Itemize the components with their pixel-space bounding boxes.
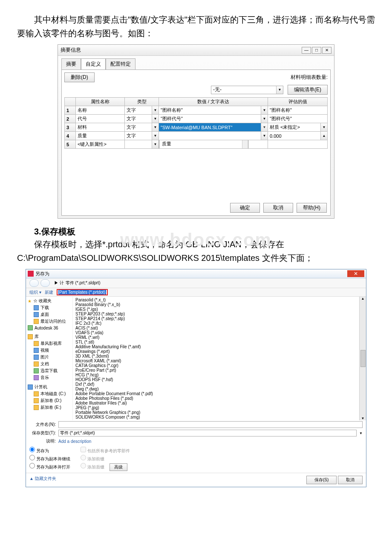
dropdown-item[interactable]: 质量: [159, 140, 242, 147]
filetype-item[interactable]: VRML (*.wrl): [75, 335, 357, 340]
filetype-item[interactable]: Dxf (*.dxf): [75, 382, 357, 387]
prop-name[interactable]: 质量: [76, 132, 125, 140]
radio-saveas-copy-open[interactable]: 另存为副本并打开: [29, 463, 70, 470]
filetype-item[interactable]: Dwg (*.dwg): [75, 387, 357, 391]
filetype-item[interactable]: eDrawings (*.eprt): [75, 349, 357, 354]
nav-item[interactable]: 视频: [28, 347, 71, 354]
filetype-item[interactable]: STEP AP203 (*.step;*.stp): [75, 312, 357, 316]
nav-item[interactable]: 新加卷 (D:): [28, 397, 71, 404]
filetype-item[interactable]: VDAFS (*.vda): [75, 330, 357, 335]
filetype-item[interactable]: Adobe Photoshop Files (*.psd): [75, 396, 357, 401]
nav-item[interactable]: 本地磁盘 (C:): [28, 390, 71, 397]
prop-expr[interactable]: "图样代号"▼: [159, 115, 268, 123]
tab-summary[interactable]: 摘要: [61, 58, 81, 69]
filetype-item[interactable]: Additive Manufacturing File (*.amf): [75, 344, 357, 349]
filetype-item[interactable]: Parasolid (*.x_t): [75, 298, 357, 302]
help-button[interactable]: 帮助(H): [297, 203, 327, 213]
chevron-down-icon[interactable]: ▼: [261, 106, 268, 114]
table-row[interactable]: 5 <键入新属性> ▼ 材料 质量 密度: [65, 140, 328, 149]
chevron-down-icon[interactable]: ▼: [152, 140, 159, 148]
nav-item[interactable]: 暴风影视库: [28, 340, 71, 347]
breadcrumb[interactable]: ▶ 计 零件 (*.prt;*.sldprt): [26, 278, 366, 288]
table-row[interactable]: 3 材料 文字▼ "SW-Material@MU BAN.SLDPRT"▼ 材质…: [65, 123, 328, 132]
forward-button[interactable]: [40, 279, 50, 287]
filetype-item[interactable]: Parasolid Binary (*.x_b): [75, 302, 357, 307]
prop-type[interactable]: 文字▼: [125, 123, 159, 132]
savetype-select[interactable]: 零件 (*.prt;*.sldprt): [58, 430, 357, 436]
nav-item[interactable]: 下载: [28, 304, 71, 311]
nav-favorites[interactable]: ★☆ 收藏夹: [28, 298, 71, 304]
back-button[interactable]: [29, 279, 39, 287]
prop-type[interactable]: 文字▼: [125, 106, 159, 115]
check-suffix[interactable]: 添加后缀 高级: [81, 463, 130, 471]
filetype-item[interactable]: ProE/Creo Part (*.prt): [75, 368, 357, 373]
chevron-up-icon[interactable]: ▲: [320, 132, 327, 140]
filetype-item[interactable]: Adobe Illustrator Files (*.ai): [75, 401, 357, 405]
nav-item[interactable]: 音乐: [28, 374, 71, 381]
filetype-item[interactable]: HOOPS HSF (*.hsf): [75, 377, 357, 382]
cancel-button[interactable]: 取消: [263, 203, 293, 213]
nav-item[interactable]: 文档: [28, 361, 71, 367]
description-input[interactable]: Add a description: [58, 439, 91, 444]
edit-list-button[interactable]: 编辑清单(E): [288, 85, 328, 95]
prop-expr[interactable]: 材料 质量 密度 体积 表面积 成本 - 总成本 成本 - 材料成本 成本 - …: [159, 140, 268, 149]
prop-expr[interactable]: "图样名称"▼: [159, 106, 268, 115]
prop-expr[interactable]: "SW-Material@MU BAN.SLDPRT"▼: [159, 123, 268, 132]
save-button[interactable]: 保存(S): [306, 476, 337, 484]
nav-item[interactable]: Autodesk 36: [28, 325, 71, 331]
filetype-item[interactable]: Portable Network Graphics (*.png): [75, 410, 357, 415]
table-row[interactable]: 2 代号 文字▼ "图样代号"▼ "图样代号": [65, 115, 328, 123]
close-button[interactable]: ✕: [322, 47, 331, 54]
nav-item[interactable]: 最近访问的位: [28, 318, 71, 325]
new-folder-button[interactable]: 新建: [45, 289, 53, 295]
filetype-item[interactable]: CATIA Graphics (*.cgr): [75, 363, 357, 368]
highlighted-type[interactable]: Part Templates (*.prtdot): [58, 290, 106, 295]
filetype-item[interactable]: Microsoft XAML (*.xaml): [75, 358, 357, 363]
prop-type[interactable]: ▼: [125, 140, 159, 149]
cancel-button[interactable]: 取消: [338, 476, 363, 484]
filename-input[interactable]: [58, 421, 363, 428]
chevron-down-icon[interactable]: ▼: [261, 132, 268, 140]
chevron-down-icon[interactable]: ▼: [152, 123, 159, 131]
prop-name[interactable]: 名称: [76, 106, 125, 115]
minimize-button[interactable]: —: [302, 47, 311, 54]
table-row[interactable]: 1 名称 文字▼ "图样名称"▼ "图样名称": [65, 106, 328, 115]
chevron-down-icon[interactable]: ▼: [152, 132, 159, 140]
prop-type[interactable]: 文字▼: [125, 132, 159, 140]
bom-qty-select[interactable]: -无- ▼: [211, 86, 283, 94]
scrollbar[interactable]: ▲▼: [242, 140, 248, 149]
tab-custom[interactable]: 自定义: [81, 58, 106, 69]
prop-type[interactable]: 文字▼: [125, 115, 159, 123]
check-prefix[interactable]: 添加前缀: [81, 455, 130, 462]
ok-button[interactable]: 确定: [230, 203, 260, 213]
chevron-down-icon[interactable]: ▼: [276, 86, 283, 94]
organize-button[interactable]: 组织 ▾: [29, 289, 41, 295]
scroll-down-icon[interactable]: ▼: [361, 416, 365, 420]
nav-libraries[interactable]: 库: [28, 333, 71, 340]
advanced-button[interactable]: 高级: [110, 463, 127, 471]
filetype-item[interactable]: IGES (*.igs): [75, 307, 357, 312]
filetype-list[interactable]: Parasolid (*.x_t)Parasolid Binary (*.x_b…: [73, 297, 359, 420]
chevron-down-icon[interactable]: ▼: [261, 115, 268, 123]
scroll-thumb[interactable]: [360, 350, 366, 367]
prop-name-new[interactable]: <键入新属性>: [76, 140, 125, 149]
filetype-item[interactable]: SOLIDWORKS Composer (*.smg): [75, 415, 357, 419]
filetype-item[interactable]: Adobe Portable Document Format (*.pdf): [75, 391, 357, 396]
radio-saveas[interactable]: 另存为: [29, 447, 70, 454]
chevron-down-icon[interactable]: ▼: [320, 123, 327, 131]
chevron-down-icon[interactable]: ▼: [261, 123, 268, 131]
nav-item[interactable]: 新加卷 (E:): [28, 404, 71, 411]
dropdown-item[interactable]: 密度: [159, 147, 242, 149]
tab-config[interactable]: 配置特定: [106, 58, 135, 69]
nav-tree[interactable]: ★☆ 收藏夹 下载 桌面 最近访问的位 Autodesk 36 库 暴风影视库 …: [26, 297, 73, 420]
prop-expr[interactable]: ▼: [159, 132, 268, 140]
nav-item[interactable]: 桌面: [28, 311, 71, 318]
check-include-refs[interactable]: 包括所有参考的零部件: [81, 447, 130, 454]
filetype-item[interactable]: 3D XML (*.3dxml): [75, 354, 357, 358]
close-button[interactable]: ✕: [347, 270, 364, 277]
nav-item[interactable]: 迅雷下载: [28, 367, 71, 374]
radio-saveas-copy-continue[interactable]: 另存为副本并继续: [29, 455, 70, 462]
prop-name[interactable]: 代号: [76, 115, 125, 123]
hide-folders-link[interactable]: ▲ 隐藏文件夹: [29, 476, 56, 484]
table-row[interactable]: 4 质量 文字▼ ▼ 0.000▲: [65, 132, 328, 140]
